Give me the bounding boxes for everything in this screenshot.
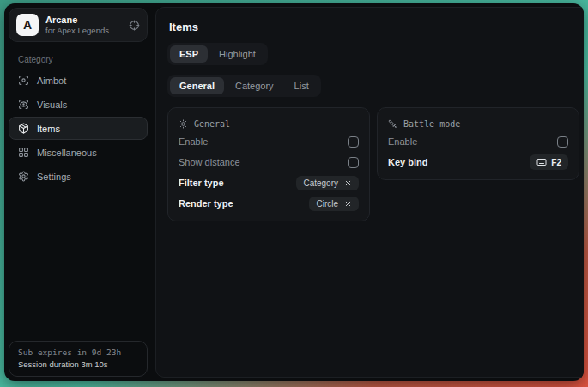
- sidebar-item-visuals[interactable]: Visuals: [9, 93, 148, 116]
- brand-card[interactable]: A Arcane for Apex Legends: [9, 8, 148, 42]
- crosshair-icon[interactable]: [129, 20, 140, 31]
- show-distance-label: Show distance: [179, 157, 240, 167]
- app-subtitle: for Apex Legends: [45, 26, 109, 35]
- sidebar: A Arcane for Apex Legends Category Aimbo…: [4, 3, 152, 381]
- setting-row: Filter type Category: [179, 172, 359, 193]
- sidebar-item-settings[interactable]: Settings: [9, 165, 148, 188]
- clear-icon[interactable]: [344, 179, 352, 187]
- layout-grid-icon: [18, 147, 29, 158]
- setting-row: Show distance: [179, 152, 359, 172]
- clear-icon[interactable]: [344, 200, 352, 208]
- battle-mode-panel-title: Battle mode: [403, 119, 460, 129]
- show-distance-checkbox[interactable]: [348, 157, 359, 168]
- filter-type-value: Category: [303, 178, 338, 188]
- key-bind-label: Key bind: [388, 157, 427, 167]
- filter-type-label: Filter type: [179, 178, 224, 188]
- view-tab-group: General Category List: [167, 75, 321, 97]
- tab-highlight[interactable]: Highlight: [209, 45, 265, 63]
- scan-eye-icon: [18, 99, 29, 110]
- general-panel-title: General: [194, 119, 230, 129]
- setting-row: Enable: [179, 131, 359, 152]
- battle-mode-panel-header: Battle mode: [388, 116, 568, 131]
- tab-list[interactable]: List: [285, 77, 318, 94]
- battle-mode-panel: Battle mode Enable Key bind F2: [377, 107, 579, 180]
- sub-expires-text: Sub expires in 9d 23h: [18, 348, 138, 357]
- desktop-background: A Arcane for Apex Legends Category Aimbo…: [0, 0, 588, 387]
- tab-category[interactable]: Category: [226, 77, 283, 94]
- sidebar-item-label: Aimbot: [37, 76, 66, 86]
- page-title: Items: [169, 21, 579, 33]
- general-panel-header: General: [179, 116, 359, 131]
- enable-checkbox[interactable]: [348, 136, 359, 148]
- battle-enable-checkbox[interactable]: [557, 136, 568, 148]
- sidebar-item-aimbot[interactable]: Aimbot: [9, 69, 148, 92]
- sidebar-item-label: Settings: [37, 172, 71, 182]
- app-logo: A: [16, 14, 39, 36]
- sidebar-item-items[interactable]: Items: [9, 117, 148, 140]
- render-type-select[interactable]: Circle: [309, 197, 359, 211]
- subscription-info-card: Sub expires in 9d 23h Session duration 3…: [9, 341, 148, 377]
- sidebar-nav: Aimbot Visuals Items: [9, 69, 148, 188]
- main-panel: Items ESP Highlight General Category Lis…: [155, 7, 584, 378]
- mode-tab-group: ESP Highlight: [167, 43, 268, 65]
- render-type-label: Render type: [179, 198, 233, 209]
- sidebar-item-label: Visuals: [37, 100, 67, 110]
- tab-esp[interactable]: ESP: [170, 45, 208, 63]
- enable-label: Enable: [179, 136, 208, 147]
- render-type-value: Circle: [316, 199, 338, 209]
- focus-icon: [18, 75, 29, 86]
- key-bind-value: F2: [551, 158, 561, 167]
- app-name: Arcane: [45, 15, 109, 25]
- sword-icon: [388, 119, 397, 129]
- sidebar-item-miscellaneous[interactable]: Miscellaneous: [9, 141, 148, 164]
- general-panel: General Enable Show distance Filter type…: [167, 107, 370, 221]
- key-bind-button[interactable]: F2: [530, 154, 568, 170]
- keyboard-icon: [536, 157, 547, 167]
- sidebar-item-label: Items: [37, 124, 60, 134]
- brand-text: Arcane for Apex Legends: [45, 15, 109, 35]
- battle-enable-label: Enable: [388, 136, 417, 147]
- sidebar-item-label: Miscellaneous: [37, 148, 97, 158]
- app-window: A Arcane for Apex Legends Category Aimbo…: [4, 3, 584, 381]
- tab-general[interactable]: General: [170, 77, 224, 94]
- session-duration-text: Session duration 3m 10s: [18, 360, 138, 369]
- filter-type-select[interactable]: Category: [296, 176, 359, 190]
- sun-icon: [179, 119, 188, 129]
- setting-row: Key bind F2: [388, 152, 568, 172]
- package-icon: [18, 123, 29, 134]
- setting-row: Enable: [388, 131, 568, 152]
- settings-panels: General Enable Show distance Filter type…: [167, 107, 579, 221]
- category-label: Category: [18, 55, 148, 64]
- setting-row: Render type Circle: [179, 193, 359, 214]
- gear-icon: [18, 171, 29, 182]
